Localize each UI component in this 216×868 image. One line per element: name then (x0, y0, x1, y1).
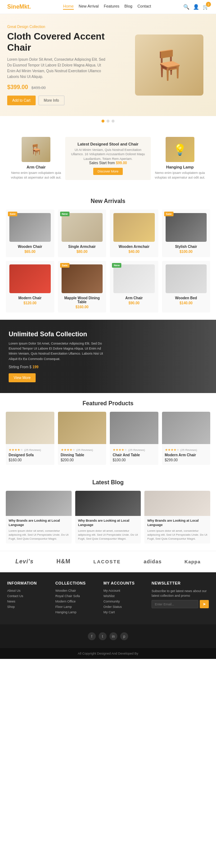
hero-image: 🪑 (130, 34, 209, 96)
footer-newsletter-desc: Subscribe to get latest news about our l… (152, 589, 209, 598)
nav-home[interactable]: Home (63, 4, 73, 10)
instagram-icon[interactable]: in (109, 632, 117, 640)
product-card-wooden-bed: Wooden Bed $140.00 (162, 261, 211, 313)
brand-hm: H&M (57, 558, 71, 565)
footer-newsletter: Newsletter Subscribe to get latest news … (152, 581, 209, 616)
hero-dot-1[interactable] (102, 120, 104, 123)
nav-new-arrival[interactable]: New Arrival (79, 4, 99, 10)
sofa-content: Unlimited Sofa Collection Lorem Ipsum Do… (9, 331, 109, 383)
user-icon[interactable]: 👤 (193, 4, 199, 10)
nav-icons: 🔍 👤 🛒 2 (183, 4, 209, 10)
featured-products-section: Featured Products ★★★★★ (25 Reviews) Des… (0, 393, 216, 472)
product-img-wooden-bed (166, 264, 207, 293)
blog-title-2: Why Brands are Looking at Local Language (78, 519, 138, 527)
product-price-arm-chair: $90.00 (113, 301, 155, 305)
brand-lacoste: LACOSTE (93, 559, 121, 564)
product-card-stylish-chair: Sale Stylish Chair $100.00 (162, 209, 211, 257)
footer-link-contact[interactable]: Contact Us (7, 594, 50, 598)
add-to-cart-button[interactable]: Add to Cart (7, 96, 36, 105)
footer-link-wishlist[interactable]: Wishlist (103, 594, 146, 598)
cart-icon[interactable]: 🛒 2 (203, 4, 209, 10)
newsletter-email-input[interactable] (152, 600, 198, 608)
product-name-wooden-armchair: Wooden Armchair (113, 245, 155, 249)
blog-img-3 (144, 491, 210, 516)
product-price-wooden-bed: $140.00 (166, 301, 207, 305)
hero-description: Lorem Ipsum Dolor Sit Amet, Consectetur … (7, 57, 108, 80)
sofa-view-more-button[interactable]: View More (9, 373, 36, 382)
hero-buttons: Add to Cart More Info (7, 96, 108, 105)
footer-grid: Information About Us Contact Us News Sho… (7, 581, 209, 616)
featured-products-title: Featured Products (0, 393, 216, 412)
more-info-button[interactable]: More Info (39, 96, 64, 105)
feat-armchair-name: Arm Chair (11, 165, 62, 169)
footer-link-my-cart[interactable]: My Cart (103, 610, 146, 614)
product-name-wooden-bed: Wooden Bed (166, 296, 207, 300)
featured-grid: ★★★★★ (25 Reviews) Designed Sofa $160.00… (6, 412, 210, 465)
blog-info-1: Why Brands are Looking at Local Language… (6, 516, 72, 544)
product-badge-new: New (60, 212, 69, 216)
feat-prod-modern-armchair-info: ★★★★★ (25 Reviews) Modern Arm Chair $299… (162, 444, 211, 465)
footer-link-about[interactable]: About Us (7, 589, 50, 592)
footer-link-modern-office[interactable]: Modern Office (55, 600, 98, 603)
nav-links: Home New Arrival Features Blog Contact (63, 4, 151, 10)
blog-card-3: Why Brands are Looking at Local Language… (144, 491, 210, 544)
nav-contact[interactable]: Contact (138, 4, 151, 10)
feat-prod-dining-stars: ★★★★★ (25 Reviews) (61, 447, 104, 452)
feat-prod-sofa-price: $160.00 (9, 458, 51, 462)
brands-row: Levi's H&M LACOSTE adidas Kappa (6, 558, 210, 565)
footer-information: Information About Us Contact Us News Sho… (7, 581, 50, 616)
featured-products-container: ★★★★★ (25 Reviews) Designed Sofa $160.00… (0, 412, 216, 472)
footer: Information About Us Contact Us News Sho… (0, 572, 216, 659)
discover-more-button[interactable]: Discover More (93, 168, 123, 175)
search-icon[interactable]: 🔍 (183, 4, 189, 10)
feat-prod-modern-armchair-price: $299.00 (165, 458, 208, 462)
cart-badge: 2 (206, 2, 211, 7)
footer-collections-title: Collections (55, 581, 98, 585)
feat-prod-dining-info: ★★★★★ (25 Reviews) Dinning Table $200.00 (58, 444, 107, 465)
product-price-wooden-chair: $65.00 (9, 250, 51, 254)
product-name-wooden-chair: Wooden Chair (9, 245, 51, 249)
sofa-description: Lorem Ipsum Dolor Sit Amet, Consectetur … (9, 341, 109, 362)
feat-prod-modern-armchair-name: Modern Arm Chair (165, 453, 208, 457)
product-price-dining-table: $160.00 (62, 305, 103, 309)
product-card-modern-chair: Modern Chair $120.00 (6, 261, 54, 313)
product-img-wooden-chair (9, 213, 51, 242)
brand-levis: Levi's (15, 558, 34, 565)
new-arrivals-section: New Arrivals Sale Wooden Chair $65.00 Ne… (0, 191, 216, 320)
footer-link-order-status[interactable]: Order Status (103, 605, 146, 609)
feat-prod-chair-table: ★★★★★ (25 Reviews) Chair And Table $100.… (110, 412, 158, 465)
blog-info-3: Why Brands are Looking at Local Language… (144, 516, 210, 544)
nav-blog[interactable]: Blog (125, 4, 132, 10)
nav-features[interactable]: Features (104, 4, 119, 10)
footer-link-community[interactable]: Community (103, 600, 146, 603)
product-price-wooden-armchair: $40.00 (113, 250, 155, 254)
blog-title: Latest Blog (0, 472, 216, 491)
pinterest-icon[interactable]: p (120, 632, 128, 640)
footer-link-royal-sofa[interactable]: Royal Chair Sofa (55, 594, 98, 598)
feat-lamp-name: Hanging Lamp (154, 165, 205, 169)
footer-link-shop[interactable]: Shop (7, 605, 50, 609)
featured-row: 🪑 Arm Chair Nemo enim ipsam voluptatem q… (0, 126, 216, 190)
footer-link-floor-lamp[interactable]: Floor Lamp (55, 605, 98, 609)
feat-prod-sofa-info: ★★★★★ (25 Reviews) Designed Sofa $160.00 (6, 444, 54, 465)
feat-prod-chair-table-info: ★★★★★ (25 Reviews) Chair And Table $100.… (110, 444, 158, 465)
hero-dot-2[interactable] (107, 120, 109, 123)
footer-link-hanging-lamp[interactable]: Hanging Lamp (55, 610, 98, 614)
feat-prod-sofa: ★★★★★ (25 Reviews) Designed Sofa $160.00 (6, 412, 54, 465)
footer-link-my-account[interactable]: My Account (103, 589, 146, 592)
feat-lamp-desc: Nemo enim ipsam voluptatem quia voluptas… (154, 171, 205, 180)
feat-prod-chair-table-reviews: (25 Reviews) (128, 448, 145, 452)
newsletter-submit-button[interactable]: ➤ (200, 600, 209, 608)
feat-prod-modern-armchair-reviews: (25 Reviews) (180, 448, 197, 452)
facebook-icon[interactable]: f (88, 632, 96, 640)
footer-link-news[interactable]: News (7, 600, 50, 603)
product-price-modern-chair: $120.00 (9, 301, 51, 305)
twitter-icon[interactable]: t (99, 632, 107, 640)
sofa-banner: Unlimited Sofa Collection Lorem Ipsum Do… (0, 320, 216, 393)
feat-prod-dining: ★★★★★ (25 Reviews) Dinning Table $200.00 (58, 412, 107, 465)
sofa-price-value: 199 (32, 365, 39, 369)
feat-lamp-image: 💡 (166, 137, 194, 162)
product-name-stylish-chair: Stylish Chair (166, 245, 207, 249)
hero-dot-3[interactable] (112, 120, 114, 123)
footer-link-wooden-chair[interactable]: Wooden Chair (55, 589, 98, 592)
